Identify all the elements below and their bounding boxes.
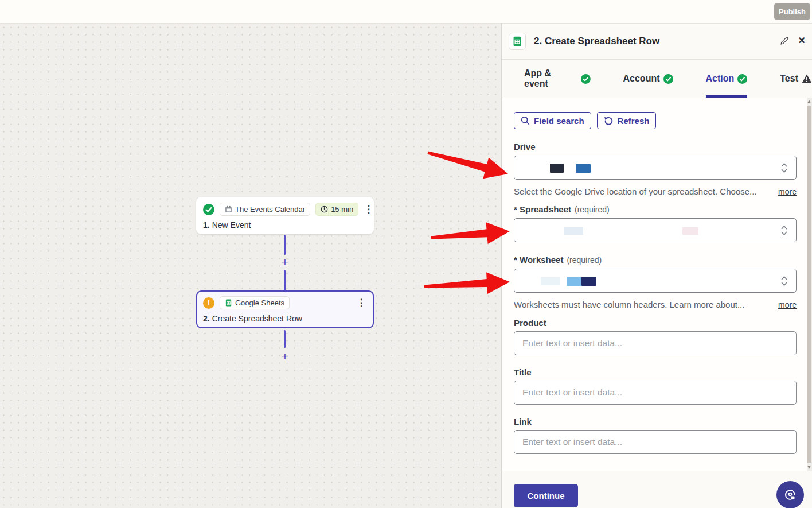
connector-line	[284, 330, 286, 348]
help-chat-button[interactable]	[776, 481, 804, 508]
step-title: Create Spreadsheet Row	[212, 314, 302, 323]
redacted-value	[682, 227, 698, 235]
headset-chat-icon	[783, 487, 798, 502]
workflow-step-2[interactable]: ! Google Sheets ⋮ 2.Create Spreadsheet R…	[196, 290, 374, 328]
redacted-value	[541, 277, 560, 285]
tab-app-event[interactable]: App & event	[524, 60, 591, 98]
tab-test[interactable]: Test	[780, 60, 812, 98]
redacted-value	[567, 277, 581, 286]
success-check-icon	[203, 204, 214, 215]
step-number: 2.	[203, 314, 210, 323]
drive-help-text: Select the Google Drive location of your…	[514, 187, 757, 196]
spreadsheet-label: * Spreadsheet(required)	[514, 204, 808, 214]
redacted-value	[564, 227, 583, 235]
drive-help-row: Select the Google Drive location of your…	[514, 187, 797, 196]
link-input[interactable]	[514, 430, 797, 454]
worksheet-help-row: Worksheets must have column headers. Lea…	[514, 300, 797, 309]
link-label: Link	[514, 417, 808, 426]
close-icon[interactable]: ✕	[798, 35, 806, 46]
kebab-menu-icon[interactable]: ⋮	[356, 298, 367, 308]
tab-account[interactable]: Account	[623, 60, 673, 98]
add-step-button[interactable]: +	[279, 256, 291, 269]
redacted-value	[576, 164, 591, 173]
panel-tabs: App & event Account Action Test	[502, 59, 812, 98]
scrollbar-thumb[interactable]	[807, 106, 811, 463]
chevron-updown-icon	[780, 162, 788, 176]
check-circle-icon	[737, 74, 747, 84]
workflow-canvas[interactable]: The Events Calendar 15 min ⋮ 1.New Event…	[0, 24, 501, 508]
app-pill-google-sheets[interactable]: Google Sheets	[220, 296, 290, 309]
product-label: Product	[514, 318, 808, 328]
chevron-updown-icon	[780, 225, 788, 238]
step-config-panel: 2. Create Spreadsheet Row ✕ App & event …	[501, 24, 812, 508]
worksheet-label: * Worksheet(required)	[514, 255, 808, 265]
required-badge: (required)	[567, 255, 602, 265]
warning-triangle-icon	[802, 74, 812, 83]
continue-button[interactable]: Continue	[514, 484, 578, 507]
publish-button[interactable]: Publish	[774, 3, 810, 20]
redacted-value	[581, 277, 596, 286]
refresh-icon	[604, 116, 614, 126]
refresh-button[interactable]: Refresh	[597, 112, 657, 129]
connector-line	[284, 235, 286, 255]
google-sheets-icon	[225, 299, 232, 307]
warning-circle-icon: !	[203, 297, 214, 309]
field-search-button[interactable]: Field search	[514, 112, 591, 129]
title-label: Title	[514, 367, 808, 377]
clock-icon	[321, 205, 328, 213]
tab-action[interactable]: Action	[706, 60, 748, 98]
events-calendar-icon	[225, 205, 232, 213]
redacted-value	[550, 164, 564, 173]
action-form: Field search Refresh Drive Select the Go…	[502, 98, 808, 471]
chevron-updown-icon	[780, 276, 788, 289]
drive-label: Drive	[514, 142, 808, 152]
google-sheets-icon	[509, 33, 526, 50]
add-step-button[interactable]: +	[279, 350, 291, 363]
scroll-up-icon[interactable]	[807, 100, 811, 103]
app-pill-events-calendar[interactable]: The Events Calendar	[220, 203, 310, 216]
check-circle-icon	[581, 74, 591, 84]
scroll-down-icon[interactable]	[807, 466, 811, 469]
worksheet-help-text: Worksheets must have column headers. Lea…	[514, 300, 744, 309]
connector-line	[284, 270, 286, 290]
step-title: New Event	[212, 220, 251, 230]
app-pill-label: The Events Calendar	[235, 205, 305, 214]
drive-more-link[interactable]: more	[778, 187, 797, 196]
kebab-menu-icon[interactable]: ⋮	[364, 204, 373, 214]
panel-title: 2. Create Spreadsheet Row	[534, 36, 659, 47]
worksheet-select[interactable]	[514, 269, 797, 293]
workflow-step-1[interactable]: The Events Calendar 15 min ⋮ 1.New Event	[196, 197, 374, 234]
required-badge: (required)	[575, 205, 610, 214]
edit-title-icon[interactable]	[779, 36, 789, 48]
search-icon	[521, 116, 530, 125]
panel-footer: Continue	[502, 471, 812, 508]
polling-interval-pill[interactable]: 15 min	[315, 203, 358, 216]
step-number: 1.	[203, 220, 210, 230]
check-circle-icon	[663, 74, 673, 84]
product-input[interactable]	[514, 331, 797, 355]
panel-header: 2. Create Spreadsheet Row ✕	[502, 24, 812, 59]
worksheet-more-link[interactable]: more	[778, 300, 797, 309]
top-bar: Publish	[0, 0, 812, 24]
drive-select[interactable]	[514, 156, 797, 180]
title-input[interactable]	[514, 381, 797, 405]
polling-interval-label: 15 min	[331, 205, 353, 214]
panel-scrollbar[interactable]	[807, 98, 812, 471]
form-toolbar: Field search Refresh	[514, 112, 808, 129]
spreadsheet-select[interactable]	[514, 218, 797, 242]
app-pill-label: Google Sheets	[235, 298, 284, 307]
